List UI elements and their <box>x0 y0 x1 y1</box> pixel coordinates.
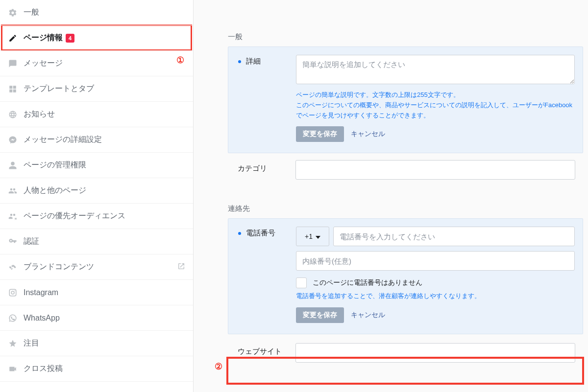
field-label-details: 詳細 <box>238 55 296 66</box>
main-content: 一般 詳細 ページの簡単な説明です。文字数の上限は255文字です。 このページに… <box>194 0 588 392</box>
notification-badge: 4 <box>66 34 74 43</box>
people-star-icon <box>8 211 18 221</box>
cancel-button[interactable]: キャンセル <box>351 130 385 138</box>
sidebar-item-12[interactable]: WhatsApp <box>0 305 193 331</box>
sidebar-item-5[interactable]: メッセージの詳細設定 <box>0 127 193 153</box>
sidebar-item-label: メッセージの詳細設定 <box>24 135 102 145</box>
sidebar-item-10[interactable]: ブランドコンテンツ <box>0 254 193 280</box>
whatsapp-icon <box>8 313 18 323</box>
sidebar-item-label: ブランドコンテンツ <box>24 262 94 272</box>
field-label-category: カテゴリ <box>238 160 295 173</box>
caret-down-icon <box>316 232 320 240</box>
globe-icon <box>8 110 18 119</box>
phone-help-text: 電話番号を追加することで、潜在顧客が連絡しやすくなります。 <box>296 291 575 301</box>
phone-ext-input[interactable] <box>296 251 575 271</box>
category-input[interactable] <box>295 160 575 180</box>
sidebar-item-label: テンプレートとタブ <box>24 84 94 94</box>
details-help-text: ページの簡単な説明です。文字数の上限は255文字です。 このページについての概要… <box>296 90 575 120</box>
star-icon <box>8 339 18 348</box>
sidebar-item-label: ページの管理権限 <box>24 160 86 170</box>
sidebar-nav: 一般ページ情報4メッセージテンプレートとタブお知らせメッセージの詳細設定ページの… <box>0 0 194 392</box>
phone-number-input[interactable] <box>333 227 575 246</box>
sidebar-item-3[interactable]: テンプレートとタブ <box>0 76 193 102</box>
sidebar-item-label: WhatsApp <box>24 314 60 323</box>
key-icon <box>8 237 18 247</box>
sidebar-item-label: ページ情報 <box>24 33 63 43</box>
sidebar-item-4[interactable]: お知らせ <box>0 102 193 127</box>
active-dot-icon <box>238 232 241 235</box>
instagram-icon <box>8 288 18 298</box>
sidebar-item-label: 一般 <box>24 7 39 18</box>
no-phone-checkbox[interactable] <box>296 277 307 288</box>
sidebar-item-label: メッセージ <box>24 58 63 69</box>
people-icon <box>8 186 18 196</box>
sidebar-item-11[interactable]: Instagram <box>0 280 193 305</box>
annotation-number-2: ② <box>215 361 222 372</box>
field-label-website: ウェブサイト <box>238 343 295 356</box>
sidebar-item-label: ページの優先オーディエンス <box>24 211 125 221</box>
sidebar-item-label: 人物と他のページ <box>24 185 86 196</box>
video-icon <box>8 364 18 374</box>
field-label-phone: 電話番号 <box>238 227 296 238</box>
sidebar-item-1[interactable]: ページ情報4 <box>0 25 193 51</box>
sidebar-item-label: クロス投稿 <box>24 364 63 374</box>
sidebar-item-13[interactable]: 注目 <box>0 331 193 356</box>
cancel-button[interactable]: キャンセル <box>351 311 385 320</box>
save-button[interactable]: 変更を保存 <box>296 126 344 142</box>
messenger-icon <box>8 135 18 145</box>
active-dot-icon <box>238 60 241 63</box>
details-textarea[interactable] <box>296 55 575 84</box>
person-icon <box>8 161 18 170</box>
sidebar-item-0[interactable]: 一般 <box>0 0 193 25</box>
handshake-icon <box>8 262 18 272</box>
sidebar-item-9[interactable]: 認証 <box>0 229 193 254</box>
pencil-icon <box>8 33 18 43</box>
sidebar-item-label: 認証 <box>24 236 39 247</box>
sidebar-item-label: Instagram <box>24 288 58 297</box>
sidebar-item-7[interactable]: 人物と他のページ <box>0 178 193 204</box>
country-code-select[interactable]: +1 <box>296 227 329 246</box>
save-button[interactable]: 変更を保存 <box>296 307 344 323</box>
panel-phone: 電話番号 +1 このページに電話番号はありま <box>228 218 583 334</box>
sidebar-item-14[interactable]: クロス投稿 <box>0 356 193 382</box>
sidebar-item-2[interactable]: メッセージ <box>0 51 193 76</box>
section-title-general: 一般 <box>228 32 583 42</box>
chat-icon <box>8 59 18 69</box>
website-input[interactable] <box>295 343 575 363</box>
panel-details: 詳細 ページの簡単な説明です。文字数の上限は255文字です。 このページについて… <box>228 46 583 153</box>
sidebar-item-label: お知らせ <box>24 109 55 119</box>
sidebar-item-label: 注目 <box>24 338 39 348</box>
grid-icon <box>8 84 18 94</box>
section-title-contact: 連絡先 <box>228 204 583 213</box>
gear-icon <box>8 8 18 18</box>
no-phone-label: このページに電話番号はありません <box>313 278 422 287</box>
sidebar-item-6[interactable]: ページの管理権限 <box>0 153 193 178</box>
sidebar-item-8[interactable]: ページの優先オーディエンス <box>0 204 193 229</box>
external-link-icon <box>177 262 185 272</box>
